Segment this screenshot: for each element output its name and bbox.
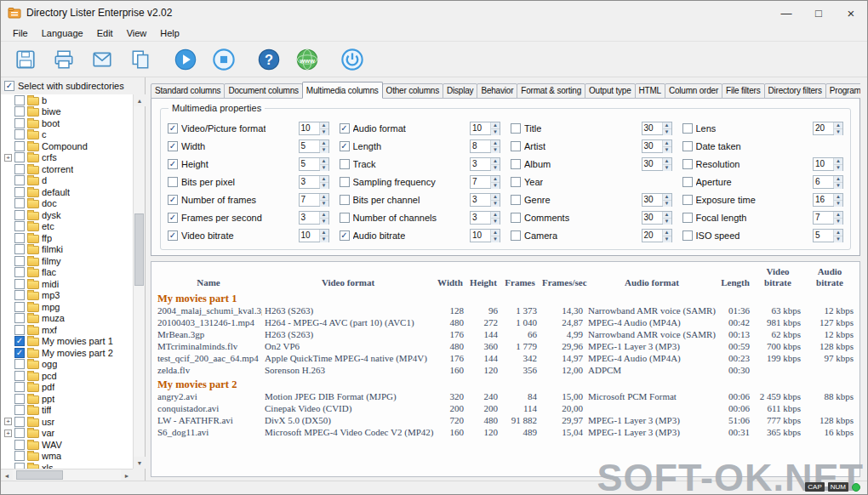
spinner-up-arrow[interactable]: ▲ — [663, 140, 671, 147]
width-spinner[interactable]: 7▲▼ — [470, 175, 500, 189]
tree-item-my-movies-part-1[interactable]: My movies part 1 — [1, 336, 133, 348]
spinner-up-arrow[interactable]: ▲ — [491, 212, 500, 219]
tab-document-columns[interactable]: Document columns — [224, 83, 302, 99]
tab-output-type[interactable]: Output type — [585, 83, 636, 99]
tree-item-doc[interactable]: doc — [1, 198, 133, 210]
tree-item-var[interactable]: +var — [1, 428, 133, 440]
width-spinner[interactable]: 3▲▼ — [470, 211, 500, 225]
spinner-up-arrow[interactable]: ▲ — [320, 230, 328, 236]
checkbox[interactable] — [511, 195, 521, 205]
checkbox[interactable] — [14, 175, 25, 185]
checkbox[interactable] — [511, 213, 521, 223]
tree-item-biwe[interactable]: biwe — [1, 106, 133, 118]
tree-item-ffp[interactable]: ffp — [1, 232, 133, 244]
tree-item-compound[interactable]: Compound — [1, 140, 133, 152]
spinner-down-arrow[interactable]: ▼ — [320, 129, 328, 135]
subdirectories-checkbox[interactable] — [4, 81, 14, 91]
checkbox[interactable] — [14, 302, 25, 312]
spinner-down-arrow[interactable]: ▼ — [491, 165, 500, 171]
menu-item-language[interactable]: Language — [35, 26, 90, 40]
spinner-up-arrow[interactable]: ▲ — [834, 122, 842, 129]
tab-behavior[interactable]: Behavior — [477, 83, 517, 99]
width-spinner[interactable]: 5▲▼ — [813, 229, 843, 242]
tab-column-order[interactable]: Column order — [665, 83, 722, 99]
spinner-up-arrow[interactable]: ▲ — [663, 122, 671, 129]
checkbox[interactable] — [14, 152, 25, 162]
spinner-down-arrow[interactable]: ▼ — [320, 219, 328, 225]
spinner-up-arrow[interactable]: ▲ — [491, 176, 500, 183]
spinner-down-arrow[interactable]: ▼ — [834, 183, 842, 189]
scroll-up-button[interactable]: ▲ — [134, 94, 146, 106]
vertical-scrollbar[interactable]: ▲ ▼ — [133, 94, 145, 469]
spinner-down-arrow[interactable]: ▼ — [834, 165, 842, 171]
checkbox[interactable] — [14, 106, 25, 117]
expand-icon[interactable]: + — [4, 418, 12, 425]
checkbox[interactable] — [14, 451, 25, 461]
checkbox[interactable] — [14, 267, 25, 277]
checkbox[interactable] — [511, 159, 521, 169]
spinner-down-arrow[interactable]: ▼ — [834, 129, 842, 135]
spinner-up-arrow[interactable]: ▲ — [491, 140, 500, 147]
email-button[interactable] — [86, 44, 118, 75]
width-spinner[interactable]: 7▲▼ — [813, 211, 843, 225]
checkbox[interactable] — [168, 141, 178, 151]
maximize-button[interactable]: □ — [802, 1, 835, 25]
scroll-right-button[interactable]: ► — [121, 469, 133, 481]
spinner-down-arrow[interactable]: ▼ — [320, 201, 328, 207]
checkbox[interactable] — [14, 417, 25, 427]
tree-item-muza[interactable]: muza — [1, 313, 133, 325]
checkbox[interactable] — [14, 463, 25, 469]
spinner-down-arrow[interactable]: ▼ — [491, 129, 500, 135]
width-spinner[interactable]: 30▲▼ — [642, 211, 672, 225]
checkbox[interactable] — [682, 123, 693, 134]
checkbox[interactable] — [14, 325, 25, 335]
tree-item-etc[interactable]: etc — [1, 221, 133, 233]
width-spinner[interactable]: 10▲▼ — [299, 229, 329, 242]
tab-directory-filters[interactable]: Directory filters — [764, 83, 826, 99]
checkbox[interactable] — [168, 123, 178, 134]
tree-item-my-movies-part-2[interactable]: My movies part 2 — [1, 347, 133, 359]
print-button[interactable] — [48, 44, 80, 75]
checkbox[interactable] — [14, 141, 25, 151]
width-spinner[interactable]: 8▲▼ — [470, 139, 500, 153]
checkbox[interactable] — [14, 233, 25, 243]
spinner-up-arrow[interactable]: ▲ — [320, 140, 328, 147]
tree-item-mxf[interactable]: mxf — [1, 324, 133, 336]
checkbox[interactable] — [14, 221, 25, 231]
checkbox[interactable] — [511, 177, 521, 187]
tree-item-mpg[interactable]: mpg — [1, 301, 133, 313]
checkbox[interactable] — [511, 123, 521, 134]
tree-item-mp3[interactable]: mp3 — [1, 290, 133, 302]
tree-item-pcd[interactable]: pcd — [1, 370, 133, 382]
save-button[interactable] — [9, 44, 42, 75]
checkbox[interactable] — [14, 428, 25, 438]
width-spinner[interactable]: 10▲▼ — [813, 157, 843, 171]
tree-item-pdf[interactable]: pdf — [1, 382, 133, 394]
width-spinner[interactable]: 30▲▼ — [642, 139, 672, 153]
tab-file-filters[interactable]: File filters — [722, 83, 764, 99]
spinner-up-arrow[interactable]: ▲ — [320, 212, 328, 219]
scroll-down-button[interactable]: ▼ — [134, 457, 146, 469]
checkbox[interactable] — [14, 279, 25, 289]
width-spinner[interactable]: 30▲▼ — [642, 193, 672, 207]
spinner-up-arrow[interactable]: ▲ — [491, 122, 500, 129]
spinner-down-arrow[interactable]: ▼ — [834, 219, 842, 225]
checkbox[interactable] — [14, 440, 25, 450]
spinner-down-arrow[interactable]: ▼ — [320, 147, 328, 153]
checkbox[interactable] — [14, 371, 25, 381]
width-spinner[interactable]: 7▲▼ — [299, 193, 329, 207]
spinner-down-arrow[interactable]: ▼ — [834, 236, 842, 242]
spinner-down-arrow[interactable]: ▼ — [491, 183, 500, 189]
spinner-up-arrow[interactable]: ▲ — [834, 176, 842, 183]
horizontal-scrollbar[interactable]: ◄ ► — [1, 469, 133, 481]
spinner-up-arrow[interactable]: ▲ — [834, 158, 842, 165]
width-spinner[interactable]: 5▲▼ — [299, 139, 329, 153]
checkbox[interactable] — [168, 230, 178, 241]
spinner-down-arrow[interactable]: ▼ — [663, 201, 671, 207]
exit-button[interactable] — [336, 44, 368, 75]
width-spinner[interactable]: 16▲▼ — [813, 193, 843, 207]
expand-icon[interactable]: + — [4, 154, 12, 162]
tree-item-ctorrent[interactable]: ctorrent — [1, 163, 133, 175]
tab-program-options[interactable]: Program options — [825, 83, 860, 99]
checkbox[interactable] — [682, 177, 693, 187]
